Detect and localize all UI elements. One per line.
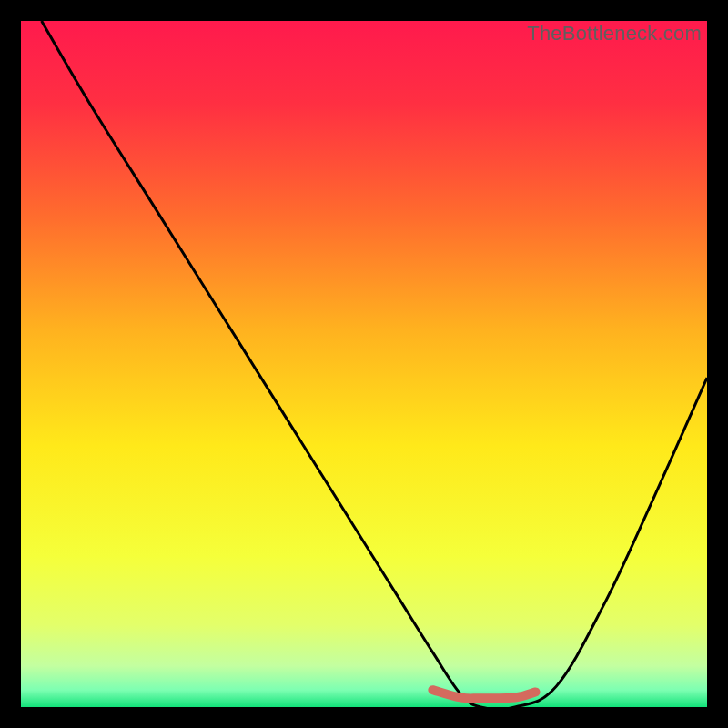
chart-frame: TheBottleneck.com xyxy=(21,21,707,707)
watermark-text: TheBottleneck.com xyxy=(527,22,702,46)
bottleneck-chart xyxy=(21,21,707,707)
